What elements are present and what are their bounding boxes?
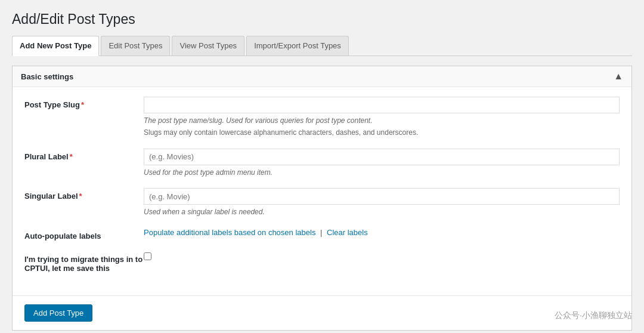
clear-labels-link[interactable]: Clear labels: [327, 228, 368, 237]
required-indicator: *: [81, 100, 84, 109]
page-title: Add/Edit Post Types: [12, 11, 632, 29]
tab-edit[interactable]: Edit Post Types: [101, 36, 170, 56]
auto-populate-field: Populate additional labels based on chos…: [144, 228, 620, 237]
plural-label-label: Plural Label*: [24, 149, 144, 161]
add-post-type-button[interactable]: Add Post Type: [24, 304, 92, 322]
tab-add-new[interactable]: Add New Post Type: [12, 36, 99, 56]
post-type-slug-note: Slugs may only contain lowercase alphanu…: [144, 128, 620, 138]
plural-label-input[interactable]: [144, 149, 620, 165]
migrate-label: I'm trying to migrate things in to CPTUI…: [24, 251, 144, 273]
auto-populate-row: Auto-populate labels Populate additional…: [24, 228, 620, 240]
singular-label-field: Used when a singular label is needed.: [144, 188, 620, 217]
migrate-checkbox-row: [144, 251, 620, 260]
post-type-slug-input[interactable]: [144, 97, 620, 113]
auto-populate-label: Auto-populate labels: [24, 228, 144, 240]
plural-label-row: Plural Label* Used for the post type adm…: [24, 149, 620, 178]
tab-view[interactable]: View Post Types: [172, 36, 244, 56]
post-type-slug-field: The post type name/slug. Used for variou…: [144, 97, 620, 138]
tab-import-export[interactable]: Import/Export Post Types: [246, 36, 349, 56]
form-container: Basic settings ▲ Post Type Slug* The pos…: [12, 66, 632, 331]
singular-label-label: Singular Label*: [24, 188, 144, 201]
plural-label-description: Used for the post type admin menu item.: [144, 168, 620, 178]
migrate-row: I'm trying to migrate things in to CPTUI…: [24, 251, 620, 273]
section-header: Basic settings ▲: [13, 66, 631, 87]
required-indicator: *: [79, 192, 82, 201]
collapse-icon[interactable]: ▲: [614, 71, 623, 82]
singular-label-row: Singular Label* Used when a singular lab…: [24, 188, 620, 217]
section-title: Basic settings: [21, 72, 73, 81]
post-type-slug-row: Post Type Slug* The post type name/slug.…: [24, 97, 620, 138]
migrate-checkbox[interactable]: [144, 252, 151, 260]
migrate-field: [144, 251, 620, 260]
tabs-bar: Add New Post Type Edit Post Types View P…: [12, 36, 632, 56]
required-indicator: *: [70, 152, 73, 161]
form-body: Post Type Slug* The post type name/slug.…: [13, 87, 631, 295]
singular-label-input[interactable]: [144, 188, 620, 205]
link-separator: |: [320, 228, 322, 237]
post-type-slug-label: Post Type Slug*: [24, 97, 144, 109]
plural-label-field: Used for the post type admin menu item.: [144, 149, 620, 178]
post-type-slug-description: The post type name/slug. Used for variou…: [144, 116, 620, 126]
singular-label-description: Used when a singular label is needed.: [144, 207, 620, 217]
submit-row: Add Post Type: [13, 295, 631, 330]
populate-labels-link[interactable]: Populate additional labels based on chos…: [144, 228, 315, 237]
